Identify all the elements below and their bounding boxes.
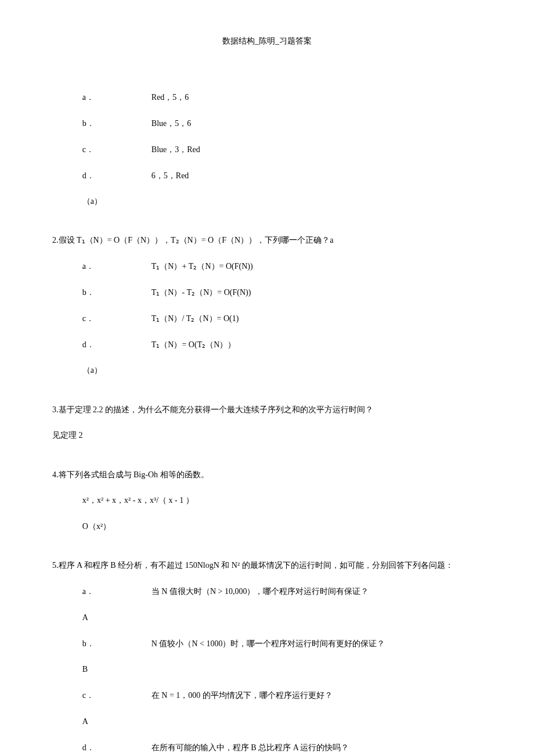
q2-option-c: c．T₁（N）/ T₂（N）= O(1) — [52, 312, 482, 325]
option-text: T₁（N）/ T₂（N）= O(1) — [151, 314, 239, 323]
option-text: 6，5，Red — [151, 171, 189, 180]
option-label: c． — [82, 312, 151, 325]
q4-answer: O（x²） — [52, 520, 482, 533]
option-text: 当 N 值很大时（N > 10,000），哪个程序对运行时间有保证？ — [151, 587, 369, 596]
q5-option-b: b．N 值较小（N < 1000）时，哪一个程序对运行时间有更好的保证？ — [52, 638, 482, 650]
q1-option-d: d．6，5，Red — [52, 170, 482, 182]
option-label: b． — [82, 117, 151, 130]
q5-stem: 5.程序 A 和程序 B 经分析，有不超过 150NlogN 和 N² 的最坏情… — [52, 559, 482, 572]
q1-answer: （a） — [52, 195, 482, 208]
q2-option-b: b．T₁（N）- T₂（N）= O(F(N)) — [52, 286, 482, 299]
option-text: Red，5，6 — [151, 93, 189, 102]
q4-stem: 4.将下列各式组合成与 Big-Oh 相等的函数。 — [52, 469, 482, 481]
option-text: 在所有可能的输入中，程序 B 总比程序 A 运行的快吗？ — [151, 743, 349, 752]
option-label: d． — [82, 339, 151, 351]
option-label: a． — [82, 585, 151, 598]
q1-option-b: b．Blue，5，6 — [52, 117, 482, 130]
option-text: T₁（N）- T₂（N）= O(F(N)) — [151, 288, 251, 297]
q2-answer: （a） — [52, 364, 482, 377]
q2-option-a: a．T₁（N）+ T₂（N）= O(F(N)) — [52, 260, 482, 273]
document-body: a．Red，5，6 b．Blue，5，6 c．Blue，3，Red d．6，5，… — [52, 65, 482, 756]
option-text: T₁（N）+ T₂（N）= O(F(N)) — [151, 262, 253, 271]
q5-option-d: d．在所有可能的输入中，程序 B 总比程序 A 运行的快吗？ — [52, 741, 482, 754]
option-label: a． — [82, 260, 151, 273]
option-text: 在 N = 1，000 的平均情况下，哪个程序运行更好？ — [151, 691, 333, 700]
option-label: d． — [82, 170, 151, 182]
q1-option-c: c．Blue，3，Red — [52, 143, 482, 156]
q4-expr: x²，x² + x，x² - x，x³/（ x - 1 ） — [52, 494, 482, 507]
option-label: c． — [82, 689, 151, 702]
page-header: 数据结构_陈明_习题答案 — [52, 35, 482, 48]
q5-option-a: a．当 N 值很大时（N > 10,000），哪个程序对运行时间有保证？ — [52, 585, 482, 598]
option-text: Blue，5，6 — [151, 119, 191, 128]
option-text: N 值较小（N < 1000）时，哪一个程序对运行时间有更好的保证？ — [151, 639, 385, 648]
q2-stem: 2.假设 T₁（N）= O（F（N）），T₂（N）= O（F（N）），下列哪一个… — [52, 234, 482, 247]
option-label: d． — [82, 741, 151, 754]
q5-b-answer: B — [52, 663, 482, 676]
q3-stem: 3.基于定理 2.2 的描述，为什么不能充分获得一个最大连续子序列之和的次平方运… — [52, 404, 482, 416]
option-label: b． — [82, 286, 151, 299]
q1-option-a: a．Red，5，6 — [52, 91, 482, 104]
option-label: a． — [82, 91, 151, 104]
option-text: Blue，3，Red — [151, 145, 200, 154]
q2-option-d: d．T₁（N）= O(T₂（N）） — [52, 339, 482, 351]
option-label: b． — [82, 638, 151, 650]
q5-a-answer: A — [52, 611, 482, 624]
q5-option-c: c．在 N = 1，000 的平均情况下，哪个程序运行更好？ — [52, 689, 482, 702]
q5-c-answer: A — [52, 715, 482, 728]
document-title: 数据结构_陈明_习题答案 — [222, 37, 312, 45]
q3-answer: 见定理 2 — [52, 429, 482, 442]
option-text: T₁（N）= O(T₂（N）） — [151, 340, 236, 349]
option-label: c． — [82, 143, 151, 156]
